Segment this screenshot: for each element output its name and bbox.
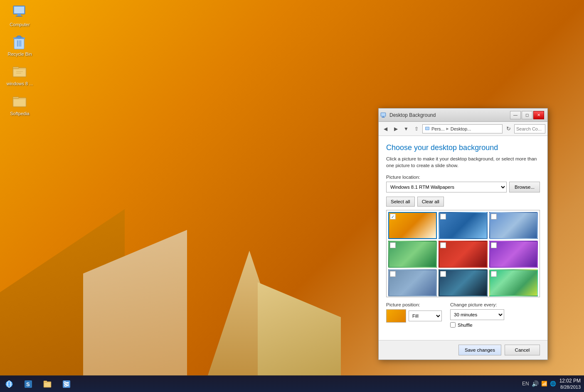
taskbar-clock: 12:02 PM 8/28/2013 [559,378,581,390]
refresh-button[interactable]: ↻ [504,124,513,133]
svg-rect-23 [426,127,429,130]
change-section: Change picture every: 30 minutes Shuffle [450,302,504,328]
wallpaper-grid-container: ✓ [386,210,540,297]
select-all-button[interactable]: Select all [386,197,415,207]
taskbar-word-button[interactable]: S [19,376,37,392]
svg-rect-33 [44,383,50,387]
softpedia-folder-label: Softpedia [10,111,29,116]
wallpaper-check-4 [390,242,396,248]
svg-rect-17 [14,99,25,106]
bg-shape-4 [258,259,341,375]
language-indicator: EN [522,381,529,387]
save-changes-button[interactable]: Save changes [458,345,501,355]
browse-button[interactable]: Browse... [509,182,540,192]
minimize-button[interactable]: — [510,111,521,119]
maximize-button[interactable]: ◻ [522,111,532,119]
wallpaper-img-4 [389,242,436,267]
computer-icon [12,4,28,21]
wallpaper-grid[interactable]: ✓ [387,210,540,297]
wallpaper-check-1: ✓ [390,214,396,219]
breadcrumb-part2: Desktop... [451,126,471,131]
clock-time: 12:02 PM [559,378,581,385]
clear-all-button[interactable]: Clear all [417,197,444,207]
wallpaper-thumb-2[interactable] [439,212,487,239]
recycle-bin-label: Recycle Bin [7,52,32,57]
svg-rect-1 [14,7,24,13]
search-input[interactable] [514,124,545,133]
wallpaper-thumb-8[interactable] [439,269,487,296]
wallpaper-thumb-4[interactable] [388,241,437,268]
taskbar: S [0,375,584,392]
close-button[interactable]: ✕ [533,111,544,119]
page-title: Choose your desktop background [386,143,540,152]
wallpaper-check-9 [491,271,497,277]
shuffle-label: Shuffle [458,323,473,328]
breadcrumb-part1: Pers... [431,126,445,131]
wallpaper-img-5 [439,242,486,267]
position-row: Fill [386,309,442,323]
dialog-desktop-background: Desktop Background — ◻ ✕ ◀ ▶ ▼ ⇧ Pers...… [378,108,548,360]
taskbar-left: S [0,376,76,392]
explorer-icon [43,380,52,389]
svg-rect-2 [17,14,21,16]
title-bar: Desktop Background — ◻ ✕ [379,108,547,122]
ie-icon [5,380,14,389]
picture-location-select[interactable]: Windows 8.1 RTM Wallpapers [386,182,507,192]
taskbar-language-btn[interactable]: 🌐 [550,381,556,387]
taskbar-settings-button[interactable] [57,376,76,392]
volume-icon[interactable]: 🔊 [532,380,539,387]
select-clear-row: Select all Clear all [386,197,540,207]
picture-position-label: Picture position: [386,302,442,307]
desktop-icon-softpedia[interactable]: Softpedia [4,93,35,116]
svg-point-40 [65,385,67,387]
svg-rect-12 [14,69,25,76]
wallpaper-thumb-1[interactable]: ✓ [388,212,437,239]
change-picture-select[interactable]: 30 minutes [450,309,504,320]
title-bar-left: Desktop Background [380,112,436,118]
wallpaper-img-7 [389,270,436,296]
cancel-button[interactable]: Cancel [505,345,540,355]
wallpaper-img-1 [389,213,436,238]
svg-rect-19 [381,113,385,116]
svg-rect-32 [44,381,47,382]
svg-point-38 [64,382,66,383]
network-icon[interactable]: 📶 [541,381,547,387]
wallpaper-check-7 [390,271,396,277]
wallpaper-thumb-5[interactable] [439,241,487,268]
wallpaper-img-3 [490,213,537,238]
position-section: Picture position: Fill [386,302,442,328]
svg-point-39 [67,383,68,385]
up-button[interactable]: ⇧ [412,124,421,133]
svg-rect-21 [382,117,385,118]
wallpaper-img-8 [439,270,486,296]
address-path[interactable]: Pers... ► Desktop... [422,124,503,133]
wallpaper-check-5 [440,242,446,248]
wallpaper-thumb-3[interactable] [489,212,538,239]
location-row: Windows 8.1 RTM Wallpapers Browse... [386,182,540,192]
softpedia-folder-icon [12,93,28,110]
computer-icon-label: Computer [10,22,30,27]
forward-button[interactable]: ▶ [391,124,400,133]
taskbar-ie-button[interactable] [0,376,18,392]
wallpaper-img-6 [490,242,537,267]
word-icon: S [24,380,33,389]
desktop-icon-recycle-bin[interactable]: Recycle Bin [4,34,35,57]
wallpaper-thumb-9[interactable] [489,269,538,296]
shuffle-checkbox[interactable] [450,322,456,328]
address-bar: ◀ ▶ ▼ ⇧ Pers... ► Desktop... ↻ [379,122,547,136]
change-picture-label: Change picture every: [450,302,504,307]
wallpaper-thumb-7[interactable] [388,269,437,296]
taskbar-explorer-button[interactable] [38,376,57,392]
svg-rect-11 [13,67,19,69]
settings-icon [62,380,71,389]
dropdown-button[interactable]: ▼ [402,124,411,133]
picture-location-label: Picture location: [386,175,540,180]
desktop-icon-windows8[interactable]: windows 8 ... [4,63,35,86]
back-button[interactable]: ◀ [381,124,390,133]
desktop-icon-computer[interactable]: Computer [4,4,35,27]
wallpaper-img-9 [490,270,537,296]
position-select[interactable]: Fill [409,311,442,321]
wallpaper-thumb-6[interactable] [489,241,538,268]
wallpaper-check-2 [440,214,446,219]
svg-text:S: S [26,381,30,387]
